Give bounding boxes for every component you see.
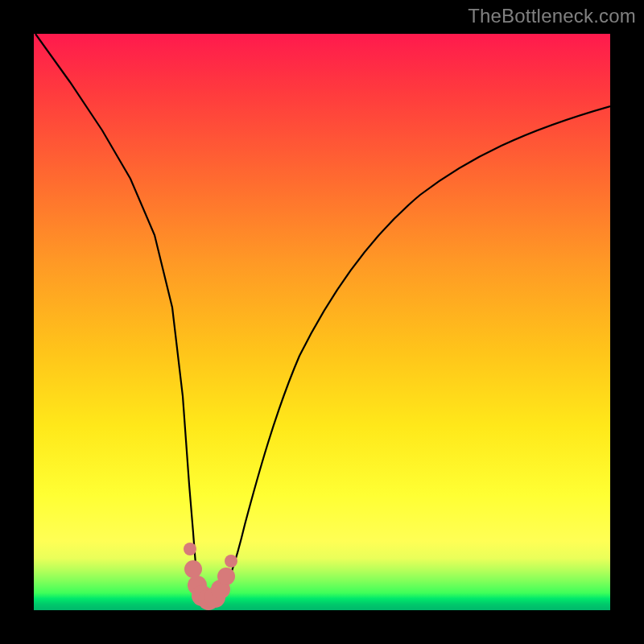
trough-markers — [184, 543, 237, 610]
chart-frame: TheBottleneck.com — [0, 0, 644, 644]
plot-area — [34, 34, 610, 610]
svg-point-0 — [184, 543, 196, 555]
bottleneck-curve — [35, 34, 610, 604]
watermark-text: TheBottleneck.com — [468, 5, 636, 27]
svg-point-7 — [217, 568, 235, 585]
svg-point-1 — [184, 560, 202, 578]
svg-point-8 — [225, 555, 237, 568]
chart-svg — [34, 34, 610, 610]
